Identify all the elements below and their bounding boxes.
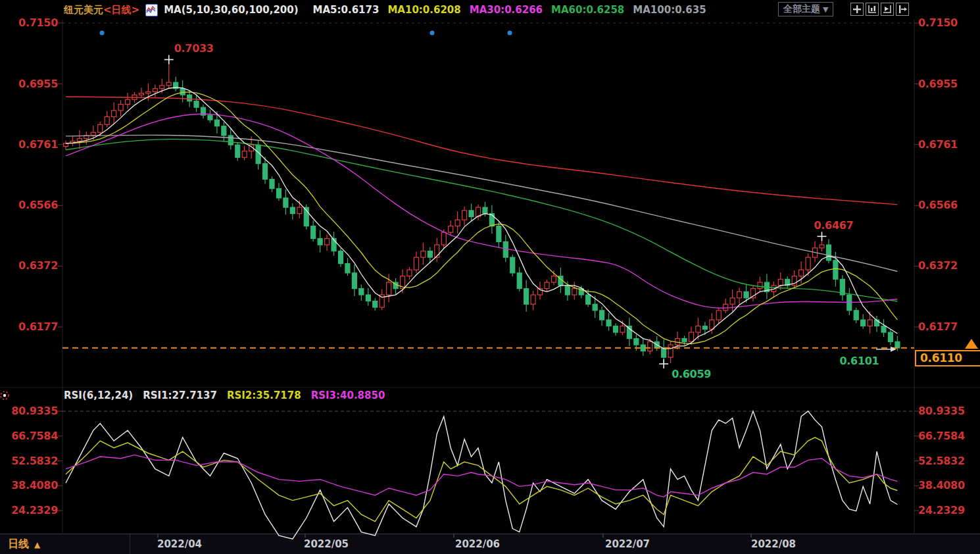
rsi-lines-layer — [66, 411, 897, 539]
rsi2-value-label: RSI2:35.7178 — [227, 390, 301, 401]
ma30-line — [66, 114, 897, 308]
ma-legend-item: MA5:0.6173 — [313, 4, 380, 16]
ma-legend-item: MA60:0.6258 — [551, 4, 624, 16]
rsi-params-label: RSI(6,12,24) — [64, 390, 133, 401]
symbol-name: 纽元美元 — [64, 4, 103, 16]
left-axis-chart-icon[interactable] — [866, 3, 879, 16]
rsi1-value-label: RSI1:27.7137 — [143, 390, 217, 401]
symbol-title: 纽元美元<日线> — [64, 4, 139, 16]
event-dot-marker — [508, 31, 512, 36]
right-axis-chart-icon[interactable] — [881, 3, 894, 16]
ma5-line — [66, 88, 897, 349]
ma-legend-item: MA10:0.6208 — [387, 4, 460, 16]
rsi3-value-label: RSI3:40.8850 — [311, 390, 385, 401]
annotation-swing-high: 0.6467 — [814, 219, 854, 232]
theme-dropdown-button[interactable]: 全部主题▼ — [778, 2, 833, 16]
rsi2-line — [66, 438, 897, 522]
ma10-line — [66, 92, 897, 344]
candles-layer — [64, 60, 900, 364]
event-dot-marker — [430, 31, 435, 36]
top-legend-bar: 纽元美元<日线> MA(5,10,30,60,100,200) MA5:0.61… — [0, 0, 980, 20]
theme-dropdown-label: 全部主题 — [783, 3, 820, 14]
ma-lines-layer — [66, 88, 897, 349]
ma-legend-values: MA5:0.6173MA10:0.6208MA30:0.6266MA60:0.6… — [305, 4, 706, 16]
move-icon[interactable] — [850, 3, 864, 16]
trading-terminal: 日线▲ 2022/042022/052022/062022/072022/08 … — [0, 0, 980, 554]
event-dot-marker — [100, 31, 105, 36]
chart-toolbar — [850, 3, 909, 16]
candlestick-chart-icon[interactable] — [145, 4, 158, 16]
ma200-line — [66, 97, 897, 205]
ma-legend-item: MA100:0.635 — [633, 4, 706, 16]
chart-canvas[interactable] — [0, 0, 980, 554]
ma-legend-item: MA30:0.6266 — [470, 4, 543, 16]
annotation-major-low: 0.6059 — [672, 368, 711, 380]
markers-layer — [62, 31, 978, 369]
rsi-legend-bar: RSI(6,12,24) RSI1:27.7137 RSI2:35.7178 R… — [0, 390, 980, 403]
annotation-peak-high: 0.7033 — [174, 42, 214, 55]
pane-split-icon[interactable] — [896, 3, 909, 16]
ma100-line — [66, 135, 897, 271]
annotation-recent-low: 0.6101 — [839, 355, 879, 367]
ma-params-label: MA(5,10,30,60,100,200) — [164, 4, 298, 16]
symbol-period-tag: <日线> — [103, 4, 139, 16]
price-up-arrow-icon — [965, 339, 978, 349]
ma60-line — [66, 139, 897, 301]
current-price-tag: 0.6110 — [915, 350, 980, 366]
chevron-down-icon: ▼ — [823, 5, 828, 14]
